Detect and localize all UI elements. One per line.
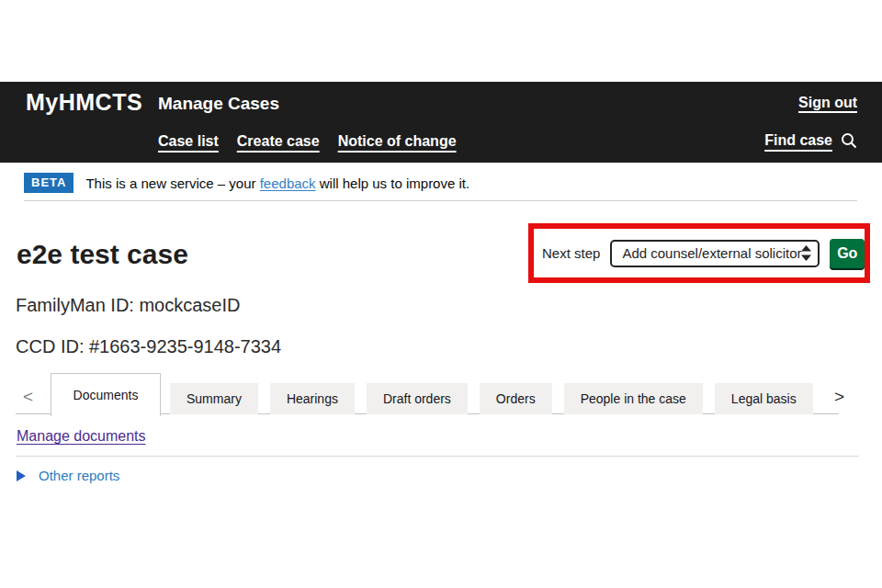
- nav-notice-of-change[interactable]: Notice of change: [338, 133, 457, 150]
- tabs-scroll-left-icon[interactable]: <: [23, 388, 33, 405]
- tab-documents[interactable]: Documents: [51, 373, 161, 416]
- other-reports-label: Other reports: [39, 468, 119, 483]
- beta-tag: BETA: [24, 173, 74, 193]
- panel-divider: [16, 456, 859, 457]
- beta-banner: BETA This is a new service – your feedba…: [24, 173, 857, 193]
- ccd-id-text: CCD ID: #1663-9235-9148-7334: [16, 336, 281, 357]
- beta-divider: [24, 200, 857, 201]
- tabs-scroll-right-icon[interactable]: >: [834, 388, 844, 405]
- familyman-id-text: FamilyMan ID: mockcaseID: [16, 295, 241, 316]
- search-icon[interactable]: [841, 132, 857, 149]
- next-step-label: Next step: [542, 245, 600, 261]
- sign-out-link[interactable]: Sign out: [798, 95, 857, 111]
- next-step-highlight-box: Next step Add counsel/external solicitor…: [528, 223, 870, 283]
- tab-people-in-the-case[interactable]: People in the case: [564, 383, 703, 414]
- go-button[interactable]: Go: [830, 239, 865, 268]
- tab-orders[interactable]: Orders: [480, 383, 552, 414]
- myhmcts-logo[interactable]: MyHMCTS: [26, 89, 142, 116]
- myhmcts-manage-cases-page: MyHMCTS Manage Cases Sign out Case list …: [0, 0, 882, 588]
- tab-strip: Summary Hearings Draft orders Orders Peo…: [170, 383, 813, 414]
- manage-documents-link[interactable]: Manage documents: [17, 428, 146, 445]
- beta-text: This is a new service – your feedback wi…: [85, 175, 469, 191]
- tab-legal-basis[interactable]: Legal basis: [715, 383, 813, 414]
- beta-text-before: This is a new service – your: [85, 175, 259, 191]
- tab-draft-orders[interactable]: Draft orders: [367, 383, 468, 414]
- find-case-link[interactable]: Find case: [764, 132, 832, 149]
- feedback-link[interactable]: feedback: [260, 175, 316, 191]
- select-spinner-icon: [801, 245, 811, 261]
- primary-nav: Case list Create case Notice of change: [158, 133, 457, 150]
- app-title: Manage Cases: [158, 94, 279, 114]
- tab-hearings[interactable]: Hearings: [270, 383, 355, 414]
- other-reports-details-toggle[interactable]: Other reports: [17, 468, 119, 483]
- next-step-select[interactable]: Add counsel/external solicitor: [610, 240, 820, 267]
- tab-summary[interactable]: Summary: [170, 383, 258, 414]
- next-step-selected-option: Add counsel/external solicitor: [622, 245, 801, 261]
- page-title: e2e test case: [17, 239, 188, 270]
- app-header: MyHMCTS Manage Cases Sign out Case list …: [0, 82, 882, 163]
- nav-create-case[interactable]: Create case: [237, 133, 320, 150]
- details-arrow-icon: [17, 470, 26, 481]
- find-case-group: Find case: [764, 132, 857, 149]
- nav-case-list[interactable]: Case list: [158, 133, 219, 150]
- beta-text-after: will help us to improve it.: [316, 175, 470, 191]
